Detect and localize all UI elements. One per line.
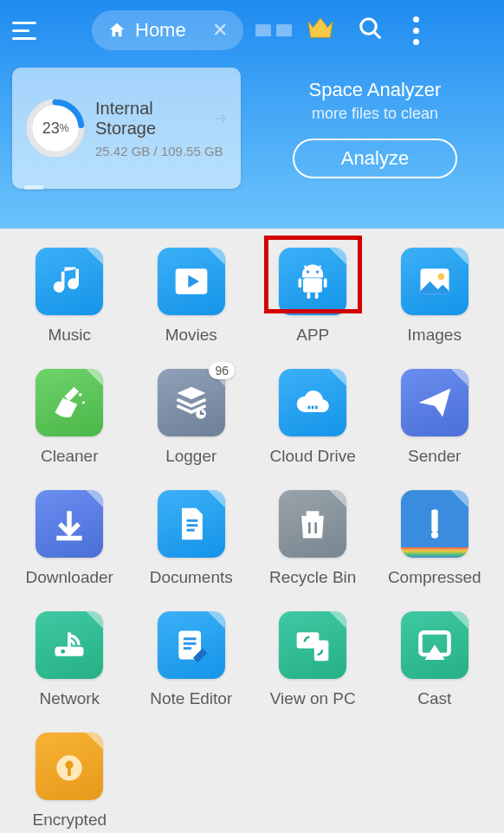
category-encrypted[interactable]: Encrypted: [9, 733, 131, 830]
svg-point-0: [360, 19, 376, 35]
category-label: Compressed: [388, 568, 481, 587]
svg-rect-18: [312, 406, 314, 410]
category-label: Downloader: [26, 568, 113, 587]
category-app[interactable]: APP: [252, 248, 374, 345]
category-label: Logger: [165, 447, 216, 466]
category-cleaner[interactable]: Cleaner: [9, 369, 131, 466]
broom-icon: [36, 369, 103, 436]
menu-icon[interactable]: [12, 22, 42, 40]
storage-percent: 23: [42, 119, 60, 138]
category-movies[interactable]: Movies: [131, 248, 253, 345]
home-tab[interactable]: Home ✕: [92, 10, 243, 50]
category-label: Cloud Drive: [270, 447, 356, 466]
category-cast[interactable]: Cast: [374, 611, 496, 708]
category-label: Sender: [408, 447, 461, 466]
app-header: Home ✕ 23% Internal S: [0, 0, 504, 229]
category-recycle-bin[interactable]: Recycle Bin: [252, 490, 374, 587]
chevron-right-icon: [214, 111, 229, 126]
svg-point-14: [79, 393, 82, 397]
category-label: Documents: [150, 568, 233, 587]
svg-rect-19: [315, 406, 318, 410]
badge-count: 96: [209, 362, 235, 379]
analyze-button[interactable]: Analyze: [293, 139, 457, 178]
space-analyzer-panel: Space Analyzer more files to clean Analy…: [258, 68, 492, 189]
svg-rect-20: [431, 510, 437, 533]
music-icon: [36, 248, 103, 315]
category-cloud-drive[interactable]: Cloud Drive: [252, 369, 374, 466]
category-note-editor[interactable]: Note Editor: [131, 611, 253, 708]
svg-point-21: [431, 532, 438, 539]
category-music[interactable]: Music: [9, 248, 131, 345]
top-bar: Home ✕: [12, 9, 492, 52]
category-downloader[interactable]: Downloader: [9, 490, 131, 587]
lock-icon: [36, 733, 103, 800]
category-compressed[interactable]: Compressed: [374, 490, 496, 587]
category-label: Network: [39, 689, 100, 708]
category-label: Movies: [165, 326, 217, 345]
zip-icon: [401, 490, 468, 558]
home-icon: [107, 21, 126, 40]
download-icon: [36, 490, 103, 558]
storage-percent-suffix: %: [60, 122, 69, 134]
category-label: Images: [408, 326, 462, 345]
category-images[interactable]: Images: [374, 248, 496, 345]
note-icon: [158, 611, 225, 679]
svg-point-23: [61, 649, 66, 654]
category-sender[interactable]: Sender: [374, 369, 496, 466]
svg-rect-22: [55, 647, 84, 656]
cast-icon: [401, 611, 468, 679]
trash-icon: [279, 490, 346, 558]
more-menu-icon[interactable]: [413, 16, 419, 45]
category-label: Cast: [417, 689, 451, 708]
category-network[interactable]: Network: [9, 611, 131, 708]
category-documents[interactable]: Documents: [131, 490, 253, 587]
storage-usage: 25.42 GB / 109.55 GB: [95, 144, 229, 158]
analyzer-subtitle: more files to clean: [312, 105, 438, 123]
analyzer-title: Space Analyzer: [309, 79, 442, 101]
svg-point-15: [82, 402, 85, 404]
svg-point-13: [437, 274, 443, 280]
router-icon: [36, 611, 103, 679]
send-icon: [401, 369, 468, 436]
category-label: View on PC: [270, 689, 356, 708]
premium-crown-icon[interactable]: [306, 16, 335, 46]
category-label: Music: [48, 326, 91, 345]
svg-rect-17: [308, 406, 311, 410]
pc-icon: [279, 611, 346, 679]
category-label: APP: [296, 326, 329, 345]
storage-title: Internal Storage: [95, 99, 209, 139]
svg-line-1: [373, 32, 380, 39]
svg-rect-31: [68, 766, 71, 776]
category-label: Encrypted: [32, 810, 107, 830]
storage-card[interactable]: 23% Internal Storage 25.42 GB / 109.55 G…: [12, 68, 241, 189]
category-label: Recycle Bin: [269, 568, 356, 587]
cloud-icon: [279, 369, 346, 436]
doc-icon: [158, 490, 225, 558]
category-label: Note Editor: [150, 689, 232, 708]
storage-ring-icon: 23%: [24, 97, 87, 159]
highlight-box: [264, 236, 362, 313]
background-tabs-icon[interactable]: [255, 24, 292, 36]
play-icon: [158, 248, 225, 315]
category-label: Cleaner: [41, 447, 99, 466]
image-icon: [401, 248, 468, 315]
search-icon[interactable]: [358, 16, 384, 45]
close-icon[interactable]: ✕: [212, 19, 228, 42]
tab-label: Home: [135, 19, 186, 42]
category-view-on-pc[interactable]: View on PC: [252, 611, 374, 708]
category-logger[interactable]: 96Logger: [131, 369, 253, 466]
header-row: 23% Internal Storage 25.42 GB / 109.55 G…: [12, 68, 492, 189]
category-grid: MusicMoviesAPPImagesCleaner96LoggerCloud…: [0, 229, 504, 833]
